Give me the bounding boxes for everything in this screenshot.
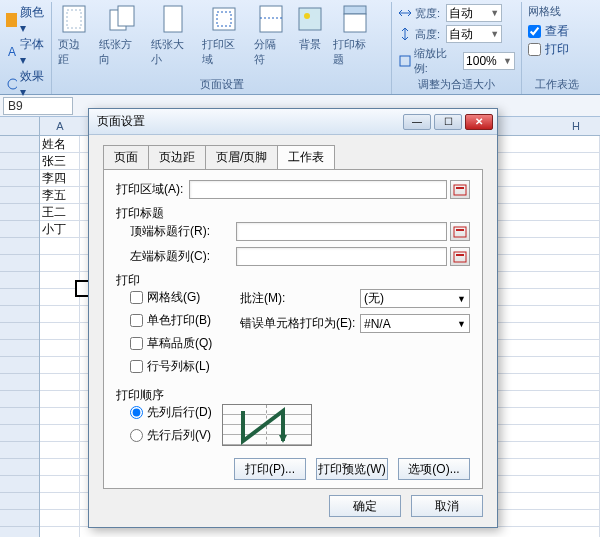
breaks-btn[interactable]: 分隔符 <box>254 4 287 67</box>
row-header[interactable] <box>0 357 39 374</box>
minimize-button[interactable]: — <box>403 114 431 130</box>
preview-button[interactable]: 打印预览(W) <box>316 458 388 480</box>
svg-rect-16 <box>400 56 410 66</box>
print-area-btn[interactable]: 打印区域 <box>202 4 246 67</box>
cell[interactable]: 王二 <box>40 204 80 221</box>
print-titles-btn[interactable]: 打印标题 <box>333 4 377 67</box>
tab-header-footer[interactable]: 页眉/页脚 <box>205 145 278 169</box>
height-combo[interactable]: 自动▼ <box>446 25 502 43</box>
ok-button[interactable]: 确定 <box>329 495 401 517</box>
size-btn[interactable]: 纸张大小 <box>151 4 195 67</box>
row-header[interactable] <box>0 170 39 187</box>
cell[interactable] <box>40 238 80 255</box>
colors-btn[interactable]: 颜色 ▾ <box>6 4 45 35</box>
row-header[interactable] <box>0 510 39 527</box>
background-btn[interactable]: 背景 <box>295 4 325 67</box>
radio-over[interactable]: 先行后列(V) <box>130 427 212 444</box>
cell[interactable]: 姓名 <box>40 136 80 153</box>
print-area-field[interactable] <box>189 180 447 199</box>
margins-icon <box>59 4 89 34</box>
row-header[interactable] <box>0 255 39 272</box>
cell[interactable] <box>80 527 600 537</box>
col-header-a[interactable]: A <box>40 117 80 136</box>
titlebar[interactable]: 页面设置 — ☐ ✕ <box>89 109 497 135</box>
width-combo[interactable]: 自动▼ <box>446 4 502 22</box>
chk-rowcol[interactable]: 行号列标(L) <box>130 358 240 375</box>
size-icon <box>158 4 188 34</box>
row-header[interactable] <box>0 459 39 476</box>
tab-margins[interactable]: 页边距 <box>148 145 206 169</box>
cell[interactable]: 李五 <box>40 187 80 204</box>
row-header[interactable] <box>0 391 39 408</box>
orientation-btn[interactable]: 纸张方向 <box>99 4 143 67</box>
fonts-btn[interactable]: A字体 ▾ <box>6 36 45 67</box>
left-cols-picker[interactable] <box>450 247 470 266</box>
tab-sheet[interactable]: 工作表 <box>277 145 335 169</box>
chk-draft[interactable]: 草稿品质(Q) <box>130 335 240 352</box>
cell[interactable] <box>40 340 80 357</box>
cell[interactable] <box>40 289 80 306</box>
print-button[interactable]: 打印(P)... <box>234 458 306 480</box>
cell[interactable]: 李四 <box>40 170 80 187</box>
cell[interactable] <box>40 374 80 391</box>
cell[interactable] <box>40 442 80 459</box>
row-header[interactable] <box>0 340 39 357</box>
print-area-picker[interactable] <box>450 180 470 199</box>
name-box[interactable]: B9 <box>3 97 73 115</box>
margins-btn[interactable]: 页边距 <box>58 4 91 67</box>
row-header[interactable] <box>0 238 39 255</box>
cell[interactable] <box>40 323 80 340</box>
row-header[interactable] <box>0 323 39 340</box>
cell[interactable]: 小丁 <box>40 221 80 238</box>
cell[interactable] <box>40 493 80 510</box>
view-check[interactable]: 查看 <box>528 23 586 40</box>
options-button[interactable]: 选项(O)... <box>398 458 470 480</box>
row-header[interactable] <box>0 306 39 323</box>
cell[interactable] <box>40 306 80 323</box>
radio-down[interactable]: 先列后行(D) <box>130 404 212 421</box>
cell[interactable] <box>40 510 80 527</box>
top-rows-picker[interactable] <box>450 222 470 241</box>
select-all-corner[interactable] <box>0 117 39 136</box>
close-button[interactable]: ✕ <box>465 114 493 130</box>
ratio-combo[interactable]: 100%▼ <box>463 52 515 70</box>
cell[interactable]: 张三 <box>40 153 80 170</box>
cell[interactable] <box>40 459 80 476</box>
chk-mono[interactable]: 单色打印(B) <box>130 312 240 329</box>
row-header[interactable] <box>0 153 39 170</box>
row-header[interactable] <box>0 289 39 306</box>
cell[interactable] <box>40 425 80 442</box>
row-header[interactable] <box>0 374 39 391</box>
row-header[interactable] <box>0 136 39 153</box>
row-header[interactable] <box>0 221 39 238</box>
breaks-icon <box>256 4 286 34</box>
row-header[interactable] <box>0 187 39 204</box>
errors-select[interactable]: #N/A▼ <box>360 314 470 333</box>
print-check[interactable]: 打印 <box>528 41 586 58</box>
row-header[interactable] <box>0 493 39 510</box>
cell[interactable] <box>40 357 80 374</box>
comments-select[interactable]: (无)▼ <box>360 289 470 308</box>
top-rows-field[interactable] <box>236 222 447 241</box>
page-setup-label: 页面设置 <box>200 77 244 92</box>
cell[interactable] <box>40 255 80 272</box>
row-header[interactable] <box>0 476 39 493</box>
cell[interactable] <box>40 272 80 289</box>
row-header[interactable] <box>0 408 39 425</box>
effects-btn[interactable]: 效果 ▾ <box>6 68 45 99</box>
row-header[interactable] <box>0 272 39 289</box>
left-cols-field[interactable] <box>236 247 447 266</box>
tab-page[interactable]: 页面 <box>103 145 149 169</box>
row-header[interactable] <box>0 442 39 459</box>
effects-icon <box>6 77 17 91</box>
chk-grid[interactable]: 网格线(G) <box>130 289 240 306</box>
row-header[interactable] <box>0 425 39 442</box>
cancel-button[interactable]: 取消 <box>411 495 483 517</box>
cell[interactable] <box>40 476 80 493</box>
row-header[interactable] <box>0 527 39 537</box>
cell[interactable] <box>40 391 80 408</box>
cell[interactable] <box>40 527 80 537</box>
maximize-button[interactable]: ☐ <box>434 114 462 130</box>
row-header[interactable] <box>0 204 39 221</box>
cell[interactable] <box>40 408 80 425</box>
